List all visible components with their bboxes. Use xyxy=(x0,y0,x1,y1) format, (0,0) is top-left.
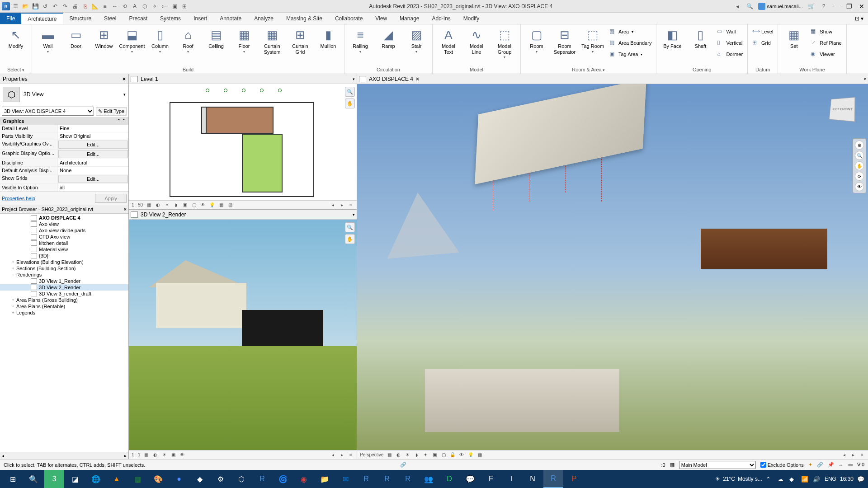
axo-tab-menu-icon[interactable]: ▾ xyxy=(864,77,866,81)
tray-onedrive-icon[interactable]: ☁ xyxy=(778,476,786,483)
browser-item[interactable]: 3D View 2_Render xyxy=(0,284,128,291)
show-button[interactable]: ▦Show xyxy=(809,26,843,37)
browser-item[interactable]: +Area Plans (Rentable) xyxy=(0,303,128,310)
taskbar-app-2[interactable]: ◪ xyxy=(65,470,85,488)
qat-pdf-icon[interactable]: ⎘ xyxy=(80,2,90,11)
taskbar-revit-3[interactable]: R xyxy=(377,470,397,488)
unlock-icon[interactable]: 🔓 xyxy=(449,452,456,458)
render-view-controlbar[interactable]: 1 : 1 ▦ ◐ ☀ ▣ 👁 ◂ ▸ ≡ xyxy=(129,450,357,459)
browser-item[interactable]: +Area Plans (Gross Building) xyxy=(0,297,128,303)
ribbon-tab-insert[interactable]: Insert xyxy=(187,13,213,24)
door-button[interactable]: ▭Door xyxy=(63,26,89,63)
ribbon-tab-manage[interactable]: Manage xyxy=(393,13,425,24)
shadow-icon[interactable]: ◗ xyxy=(413,452,420,458)
expand-icon[interactable]: + xyxy=(10,304,16,309)
taskbar-revit-1[interactable]: R xyxy=(252,470,272,488)
wall-button[interactable]: ▬Wall▾ xyxy=(35,26,61,63)
ribbon-tab-modify[interactable]: Modify xyxy=(457,13,486,24)
plan-canvas[interactable]: 🔍 ✋ xyxy=(129,84,357,200)
tray-chevron-icon[interactable]: ⌃ xyxy=(766,476,774,483)
render-nav-controls[interactable]: 🔍 ✋ xyxy=(345,222,355,244)
roof-button[interactable]: ⌂Roof▾ xyxy=(175,26,201,63)
curtain-grid-button[interactable]: ⊞CurtainGrid xyxy=(287,26,313,63)
qat-print-icon[interactable]: 🖨 xyxy=(71,2,80,11)
nav-back-icon[interactable]: ◂ xyxy=(733,2,742,11)
curtain-system-button[interactable]: ▦CurtainSystem xyxy=(259,26,285,63)
taskbar-app-8[interactable]: D xyxy=(439,470,459,488)
properties-help-link[interactable]: Properties help xyxy=(2,196,35,201)
model-icon[interactable]: ▦ xyxy=(670,462,675,468)
component-button[interactable]: ⬓Component▾ xyxy=(119,26,145,63)
by-face-button[interactable]: ◧By Face xyxy=(659,26,685,63)
taskbar-app-n[interactable]: N xyxy=(523,470,542,488)
model-text-button[interactable]: AModelText xyxy=(435,26,462,63)
taskbar-chrome[interactable]: 🌐 xyxy=(86,470,106,488)
user-account[interactable]: samuel.macali... xyxy=(758,3,803,10)
taskbar-app-4[interactable]: ◆ xyxy=(190,470,210,488)
stair-button[interactable]: ▨Stair▾ xyxy=(403,26,429,63)
qat-menu-icon[interactable]: ☰ xyxy=(11,2,20,11)
instance-selector[interactable]: 3D View: AXO DISPLACE 4 xyxy=(2,107,94,116)
qat-save-icon[interactable]: 💾 xyxy=(31,2,40,11)
ribbon-tab-precast[interactable]: Precast xyxy=(123,13,154,24)
qat-measure-icon[interactable]: 📐 xyxy=(90,2,99,11)
properties-close-icon[interactable]: × xyxy=(123,76,126,82)
tray-time[interactable]: 16:30 xyxy=(840,476,854,482)
view-tab-plan[interactable]: Level 1 ▾ xyxy=(129,74,357,84)
qat-close-icon[interactable]: ▣ xyxy=(170,2,179,11)
ribbon-tab-systems[interactable]: Systems xyxy=(154,13,187,24)
workset-icon[interactable]: 🔗 xyxy=(400,462,406,468)
project-browser-header[interactable]: Project Browser - SH02_2023_original.rvt… xyxy=(0,205,128,214)
crop-icon[interactable]: ▣ xyxy=(182,202,188,208)
reveal-icon[interactable]: 💡 xyxy=(467,452,474,458)
navigation-bar[interactable]: ⊕ 🔍 ✋ ⟳ 👁 xyxy=(853,138,866,193)
browser-item[interactable]: Material view xyxy=(0,246,128,253)
filter-count[interactable]: ∇:0 xyxy=(857,462,864,468)
plan-nav-controls[interactable]: 🔍 ✋ xyxy=(345,87,355,108)
view-tab-render[interactable]: 3D View 2_Render ▾ xyxy=(129,210,357,220)
sun-icon[interactable]: ☀ xyxy=(404,452,410,458)
room-separator-button[interactable]: ⊟Room Separator xyxy=(552,26,578,63)
browser-item[interactable]: +Legends xyxy=(0,310,128,316)
view-menu-icon[interactable]: ≡ xyxy=(348,202,354,208)
expand-icon[interactable]: + xyxy=(10,260,16,264)
minimize-button[interactable]: — xyxy=(832,2,841,11)
taskbar-zoom[interactable]: ● xyxy=(169,470,189,488)
taskbar-whatsapp[interactable]: 💬 xyxy=(460,470,480,488)
browser-item[interactable]: kitchen detail xyxy=(0,240,128,246)
taskbar-app-1[interactable]: 3 xyxy=(44,470,64,488)
ribbon-tab-massing-site[interactable]: Massing & Site xyxy=(280,13,329,24)
search-icon[interactable]: 🔍 xyxy=(745,2,755,11)
scroll-right-icon[interactable]: ▸ xyxy=(850,452,856,458)
taskbar-app-f[interactable]: F xyxy=(481,470,501,488)
qat-section-icon[interactable]: ✧ xyxy=(150,2,159,11)
vc-icon2[interactable]: ▨ xyxy=(227,202,233,208)
taskbar-excel[interactable]: ▦ xyxy=(127,470,147,488)
plan-scale[interactable]: 1 : 50 xyxy=(132,202,143,207)
scroll-right-icon[interactable]: ▸ xyxy=(339,452,345,458)
vc-icon[interactable]: ▦ xyxy=(218,202,224,208)
crop-show-icon[interactable]: ▢ xyxy=(440,452,447,458)
pan-icon[interactable]: ✋ xyxy=(855,161,864,170)
plan-tab-menu-icon[interactable]: ▾ xyxy=(353,77,355,81)
ribbon-tab-architecture[interactable]: Architecture xyxy=(21,13,63,24)
prop-row-visible-in-option[interactable]: Visible In Optionall xyxy=(0,184,128,192)
taskbar-revit-4[interactable]: R xyxy=(398,470,418,488)
cart-icon[interactable]: 🛒 xyxy=(807,2,816,11)
ribbon-tab-add-ins[interactable]: Add-Ins xyxy=(425,13,457,24)
prop-row-default-analysis-displ-[interactable]: Default Analysis Displ...None xyxy=(0,167,128,174)
qat-undo-icon[interactable]: ↶ xyxy=(51,2,60,11)
ribbon-tab-view[interactable]: View xyxy=(369,13,393,24)
tray-wifi-icon[interactable]: 📶 xyxy=(801,476,809,483)
ceiling-button[interactable]: ▤Ceiling xyxy=(203,26,229,63)
prop-row-parts-visibility[interactable]: Parts VisibilityShow Original xyxy=(0,132,128,140)
set-button[interactable]: ▦Set xyxy=(781,26,807,63)
zoom-icon[interactable]: 🔍 xyxy=(855,151,864,160)
edit-type-button[interactable]: ✎ Edit Type xyxy=(96,107,127,116)
ribbon-tab-file[interactable]: File xyxy=(0,13,21,24)
expand-icon[interactable]: + xyxy=(10,266,16,271)
browser-item[interactable]: {3D} xyxy=(0,253,128,259)
detail-icon[interactable]: ▦ xyxy=(146,202,152,208)
view-cube[interactable]: LEFT FRONT xyxy=(829,97,855,122)
apply-button[interactable]: Apply xyxy=(95,194,127,203)
